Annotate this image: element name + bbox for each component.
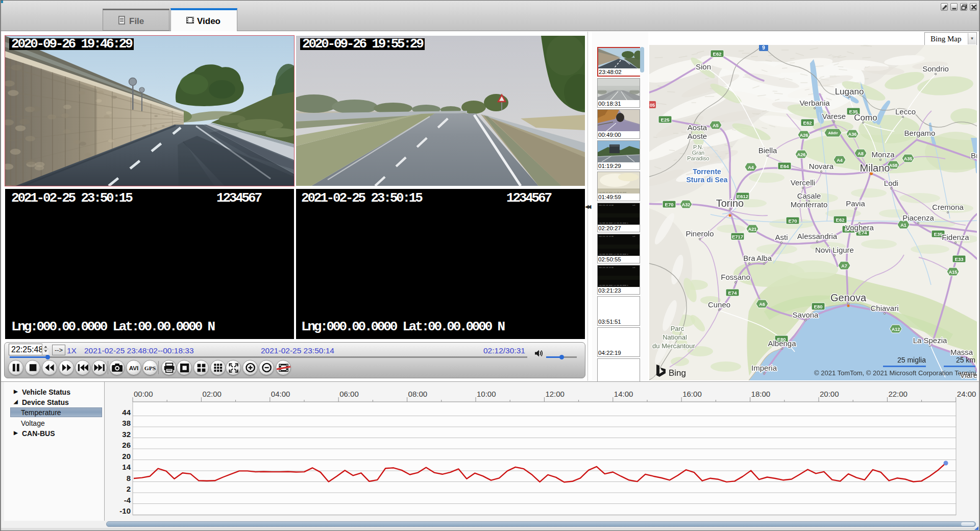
- svg-text:2: 2: [127, 485, 131, 493]
- svg-text:04:00: 04:00: [271, 390, 290, 398]
- svg-text:14: 14: [122, 463, 131, 471]
- svg-text:06:00: 06:00: [339, 390, 359, 398]
- svg-text:GPS: GPS: [144, 365, 156, 371]
- svg-text:A21: A21: [748, 227, 757, 232]
- svg-text:Lugano: Lugano: [835, 87, 864, 96]
- svg-text:A26: A26: [800, 133, 808, 138]
- svg-text:38: 38: [122, 419, 131, 427]
- svg-text:A5: A5: [713, 123, 719, 128]
- svg-text:Bergamo: Bergamo: [904, 129, 936, 137]
- svg-text:© 2021 TomTom, © 2021 Microsof: © 2021 TomTom, © 2021 Microsoft Corporat…: [814, 369, 976, 377]
- svg-text:Lng:000.00.0000 Lat:00.00.0000: Lng:000.00.0000 Lat:00.00.0000 N: [599, 223, 628, 224]
- svg-text:Milano: Milano: [860, 162, 890, 174]
- svg-text:14:00: 14:00: [614, 390, 633, 398]
- svg-text:-10: -10: [119, 506, 131, 515]
- svg-text:A4: A4: [837, 158, 843, 163]
- svg-text:Novara: Novara: [809, 162, 834, 171]
- svg-text:E33: E33: [955, 256, 964, 262]
- svg-text:AVI: AVI: [129, 365, 138, 371]
- svg-text:E74: E74: [728, 290, 738, 296]
- svg-text:2021-02-25 23:50: 2021-02-25 23:50: [599, 267, 614, 269]
- svg-text:Varese: Varese: [822, 112, 846, 120]
- svg-text:12:00: 12:00: [545, 390, 565, 398]
- svg-text:Pavia: Pavia: [846, 199, 865, 208]
- svg-text:A15: A15: [949, 270, 958, 275]
- svg-text:Brescia: Brescia: [971, 151, 977, 160]
- svg-text:Pinerolo: Pinerolo: [685, 229, 714, 238]
- svg-text:National: National: [663, 333, 687, 341]
- svg-text:16:00: 16:00: [682, 390, 702, 398]
- svg-text:Voghera: Voghera: [845, 223, 874, 232]
- svg-text:26: 26: [122, 441, 131, 449]
- svg-text:A8: A8: [857, 151, 864, 156]
- svg-text:A26: A26: [797, 152, 806, 157]
- svg-text:123: 123: [632, 267, 635, 269]
- svg-text:Aoste: Aoste: [688, 132, 707, 140]
- svg-text:-4: -4: [124, 496, 131, 504]
- svg-text:A12: A12: [892, 327, 900, 332]
- svg-text:Lecco: Lecco: [895, 107, 916, 116]
- svg-text:Massa: Massa: [950, 348, 973, 356]
- svg-text:Cremona: Cremona: [932, 203, 964, 211]
- svg-text:18:00: 18:00: [751, 390, 771, 398]
- svg-text:Savona: Savona: [793, 310, 819, 319]
- svg-text:Bra: Bra: [743, 254, 755, 262]
- svg-text:24:00: 24:00: [957, 390, 976, 398]
- svg-text:Lodi: Lodi: [884, 179, 898, 187]
- svg-text:25 km: 25 km: [956, 356, 975, 364]
- svg-text:Como: Como: [854, 113, 877, 123]
- svg-text:Piacenza: Piacenza: [902, 213, 934, 222]
- svg-text:E717: E717: [732, 234, 743, 239]
- svg-text:A36: A36: [848, 132, 857, 137]
- svg-text:20:00: 20:00: [820, 390, 839, 398]
- svg-text:20: 20: [122, 452, 131, 461]
- svg-text:2021-02-25 23:50: 2021-02-25 23:50: [599, 205, 614, 206]
- svg-text:E62: E62: [713, 51, 722, 57]
- svg-text:A7: A7: [841, 263, 847, 269]
- svg-text:Cuneo: Cuneo: [708, 300, 730, 309]
- svg-text:Casale: Casale: [797, 191, 821, 200]
- svg-text:A1: A1: [900, 223, 906, 228]
- svg-text:05: 05: [650, 103, 655, 108]
- svg-text:La Spezia: La Spezia: [913, 336, 947, 345]
- svg-text:Fossano: Fossano: [721, 273, 750, 281]
- svg-text:22:00: 22:00: [888, 390, 908, 398]
- svg-text:9: 9: [762, 45, 765, 51]
- svg-text:du Mercantour: du Mercantour: [652, 342, 695, 350]
- svg-text:Chiavari: Chiavari: [870, 304, 898, 312]
- svg-text:A8dir: A8dir: [828, 131, 838, 135]
- svg-text:8: 8: [127, 474, 131, 482]
- svg-text:A4: A4: [748, 165, 754, 170]
- svg-text:Genova: Genova: [830, 292, 867, 303]
- svg-text:E25: E25: [661, 117, 670, 123]
- svg-text:123: 123: [632, 236, 635, 237]
- svg-text:Alessandria: Alessandria: [797, 232, 838, 240]
- svg-text:08:00: 08:00: [408, 390, 428, 398]
- svg-text:Albenga: Albenga: [768, 339, 796, 348]
- svg-text:123: 123: [632, 205, 635, 206]
- svg-text:2021-02-25 23:50: 2021-02-25 23:50: [599, 236, 614, 237]
- svg-text:Monza: Monza: [871, 150, 895, 159]
- svg-text:02:00: 02:00: [202, 390, 222, 398]
- svg-text:Biella: Biella: [758, 146, 777, 155]
- svg-text:A58: A58: [889, 163, 898, 168]
- svg-text:32: 32: [122, 430, 131, 439]
- svg-text:Novi Ligure: Novi Ligure: [815, 246, 854, 254]
- svg-text:Vercelli: Vercelli: [791, 178, 815, 187]
- svg-text:Sondrio: Sondrio: [922, 64, 949, 73]
- svg-text:Lng:000.00.0000 Lat:00.00.0000: Lng:000.00.0000 Lat:00.00.0000 N: [599, 285, 628, 286]
- svg-text:Sion: Sion: [696, 62, 711, 71]
- svg-text:Bing: Bing: [669, 368, 686, 378]
- svg-text:00:00: 00:00: [134, 390, 153, 398]
- svg-text:Imperia: Imperia: [751, 364, 777, 372]
- svg-text:Torino: Torino: [716, 198, 744, 209]
- svg-text:Parc: Parc: [671, 325, 684, 332]
- svg-text:E80: E80: [814, 304, 823, 309]
- svg-text:25 miglia: 25 miglia: [897, 356, 926, 364]
- svg-text:Paradiso: Paradiso: [687, 155, 709, 161]
- svg-text:E64: E64: [780, 163, 790, 169]
- svg-text:Asti: Asti: [775, 233, 788, 242]
- svg-text:Fidenza: Fidenza: [942, 233, 969, 242]
- svg-text:Monferrato: Monferrato: [791, 200, 828, 209]
- svg-text:44: 44: [122, 408, 131, 417]
